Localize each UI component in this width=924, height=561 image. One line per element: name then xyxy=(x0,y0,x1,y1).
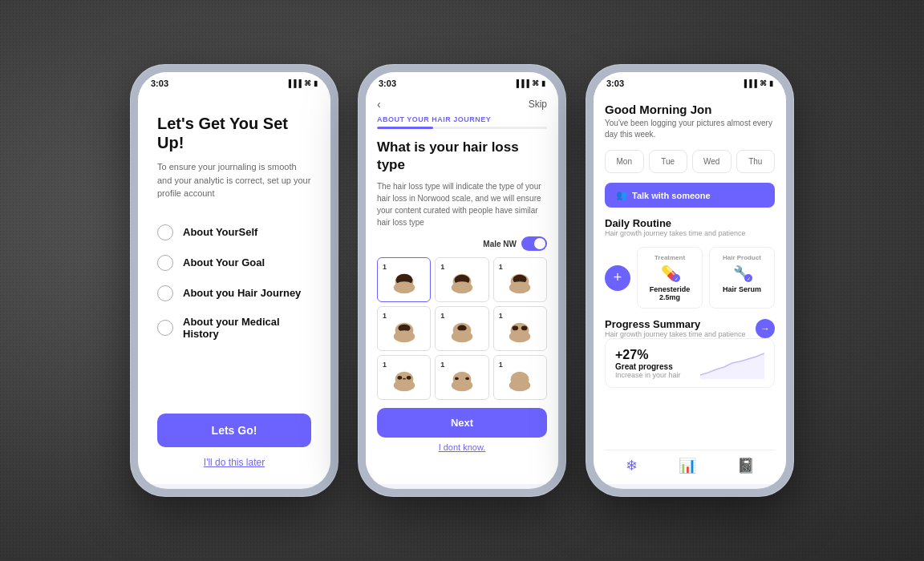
dont-know-link[interactable]: I dont know. xyxy=(377,442,547,458)
p1-subtitle: To ensure your journaling is smooth and … xyxy=(157,160,311,200)
svg-point-11 xyxy=(393,330,414,342)
checklist-label-2: About Your Goal xyxy=(183,256,265,268)
hair-type-4[interactable]: 1 xyxy=(377,306,431,351)
day-label-thu: Thu xyxy=(740,157,772,166)
hair-type-5[interactable]: 1 xyxy=(435,306,488,351)
hair-svg-4 xyxy=(389,320,419,347)
treatment-check: ✓ xyxy=(672,274,680,282)
phone-1: 3:03 ▐▐▐ ⌘ ▮ Let's Get You Set Up! To en… xyxy=(130,64,338,497)
greeting-sub-text: You've been logging your pictures almost… xyxy=(605,118,775,140)
progress-sub: Hair growth journey takes time and patie… xyxy=(605,330,746,338)
hair-product-icon-wrap: 🔧 ✓ xyxy=(733,264,751,282)
time-1: 3:03 xyxy=(151,79,168,88)
nav-journal-icon[interactable]: 📓 xyxy=(737,457,755,474)
checklist-item-1[interactable]: About YourSelf xyxy=(157,224,311,240)
male-nw-toggle[interactable] xyxy=(521,236,547,251)
radio-2[interactable] xyxy=(157,255,173,271)
daily-routine-title: Daily Routine xyxy=(605,217,775,229)
greeting-text: Good Morning Jon xyxy=(605,103,775,116)
wifi-icon: ⌘ xyxy=(304,79,311,87)
progress-info: +27% Great progress Increase in your hai… xyxy=(615,348,681,379)
status-bar-1: 3:03 ▐▐▐ ⌘ ▮ xyxy=(138,72,330,91)
svg-point-20 xyxy=(397,376,402,380)
svg-point-8 xyxy=(509,281,530,293)
phone-2-content: ‹ Skip ABOUT YOUR HAIR JOURNEY What is y… xyxy=(366,91,558,484)
hair-svg-7 xyxy=(389,369,419,396)
hair-type-2[interactable]: 1 xyxy=(435,257,488,302)
hair-type-grid: 1 1 xyxy=(377,257,547,400)
progress-summary-section: Progress Summary Hair growth journey tak… xyxy=(605,318,775,388)
progress-label: Great progress xyxy=(615,362,681,371)
day-tue: Tue xyxy=(649,150,688,173)
p2-progress-fill xyxy=(377,127,433,129)
greeting-section: Good Morning Jon You've been logging you… xyxy=(605,103,775,140)
talk-button[interactable]: 👥 Talk with someone xyxy=(605,183,775,208)
status-icons-3: ▐▐▐ ⌘ ▮ xyxy=(742,79,773,87)
hair-type-8[interactable]: 1 xyxy=(435,355,488,400)
svg-point-13 xyxy=(457,325,466,332)
checklist-item-2[interactable]: About Your Goal xyxy=(157,255,311,271)
p2-skip-button[interactable]: Skip xyxy=(529,99,547,110)
treatment-label: Treatment xyxy=(654,254,685,261)
checklist-item-3[interactable]: About you Hair Journey xyxy=(157,285,311,301)
daily-routine-section: Daily Routine Hair growth journey takes … xyxy=(605,217,775,237)
treatment-card[interactable]: Treatment 💊 ✓ Fenesteride 2.5mg xyxy=(637,247,703,309)
toggle-label: Male NW xyxy=(483,240,517,248)
svg-marker-30 xyxy=(700,353,764,379)
progress-title: Progress Summary xyxy=(605,318,746,330)
day-label-tue: Tue xyxy=(653,157,684,166)
toggle-knob xyxy=(534,238,545,249)
back-button[interactable]: ‹ xyxy=(377,98,381,111)
p1-checklist: About YourSelf About Your Goal About you… xyxy=(157,224,311,398)
day-label-wed: Wed xyxy=(696,157,727,166)
skip-link[interactable]: I'll do this later xyxy=(157,457,311,468)
add-routine-button[interactable]: + xyxy=(605,265,630,291)
p2-toggle-row: Male NW xyxy=(377,236,547,251)
progress-header: Progress Summary Hair growth journey tak… xyxy=(605,318,775,338)
hair-svg-5 xyxy=(447,320,477,347)
status-bar-2: 3:03 ▐▐▐ ⌘ ▮ xyxy=(366,72,558,91)
lets-go-button[interactable]: Lets Go! xyxy=(157,414,311,447)
progress-arrow-button[interactable]: → xyxy=(756,319,775,338)
next-button[interactable]: Next xyxy=(377,408,547,438)
hair-type-9[interactable]: 1 xyxy=(493,355,547,400)
p2-section-label: ABOUT YOUR HAIR JOURNEY xyxy=(366,114,558,127)
nav-home-icon[interactable]: ❄ xyxy=(626,457,638,474)
p2-nav: ‹ Skip xyxy=(366,91,558,114)
day-mon: Mon xyxy=(605,150,644,173)
signal-icon-2: ▐▐▐ xyxy=(514,79,529,87)
time-2: 3:03 xyxy=(379,79,396,88)
treatment-name: Fenesteride 2.5mg xyxy=(644,285,695,301)
checklist-item-4[interactable]: About your Medical History xyxy=(157,316,311,340)
hair-product-check: ✓ xyxy=(744,274,752,282)
svg-point-21 xyxy=(406,376,411,380)
progress-title-group: Progress Summary Hair growth journey tak… xyxy=(605,318,746,338)
svg-point-23 xyxy=(393,379,414,391)
time-3: 3:03 xyxy=(606,79,624,88)
svg-point-2 xyxy=(393,281,414,293)
days-row: Mon Tue Wed Thu xyxy=(605,150,775,173)
radio-3[interactable] xyxy=(157,285,173,301)
hair-product-card[interactable]: Hair Product 🔧 ✓ Hair Serum xyxy=(709,247,775,309)
radio-1[interactable] xyxy=(157,224,173,240)
hair-type-3[interactable]: 1 xyxy=(493,257,547,302)
routine-cards: Treatment 💊 ✓ Fenesteride 2.5mg Hair Pro… xyxy=(637,247,775,309)
svg-point-16 xyxy=(513,326,519,331)
radio-4[interactable] xyxy=(157,320,173,336)
p2-body: What is your hair loss type The hair los… xyxy=(366,139,558,484)
nav-chart-icon[interactable]: 📊 xyxy=(679,457,696,474)
wifi-icon-2: ⌘ xyxy=(532,79,539,87)
talk-label: Talk with someone xyxy=(632,191,711,200)
hair-type-7[interactable]: 1 xyxy=(377,355,431,400)
day-thu: Thu xyxy=(736,150,776,173)
hair-type-6[interactable]: 1 xyxy=(493,306,547,351)
svg-point-5 xyxy=(452,281,472,293)
progress-stat: +27% xyxy=(615,348,681,362)
checklist-label-1: About YourSelf xyxy=(183,226,257,238)
p1-title: Let's Get You Set Up! xyxy=(157,114,311,152)
hair-product-name: Hair Serum xyxy=(723,285,761,293)
phone-3: 3:03 ▐▐▐ ⌘ ▮ Good Morning Jon You've bee… xyxy=(586,64,794,497)
progress-sublabel: Increase in your hair xyxy=(615,371,681,379)
hair-svg-1 xyxy=(389,271,419,298)
hair-type-1[interactable]: 1 xyxy=(377,257,431,302)
